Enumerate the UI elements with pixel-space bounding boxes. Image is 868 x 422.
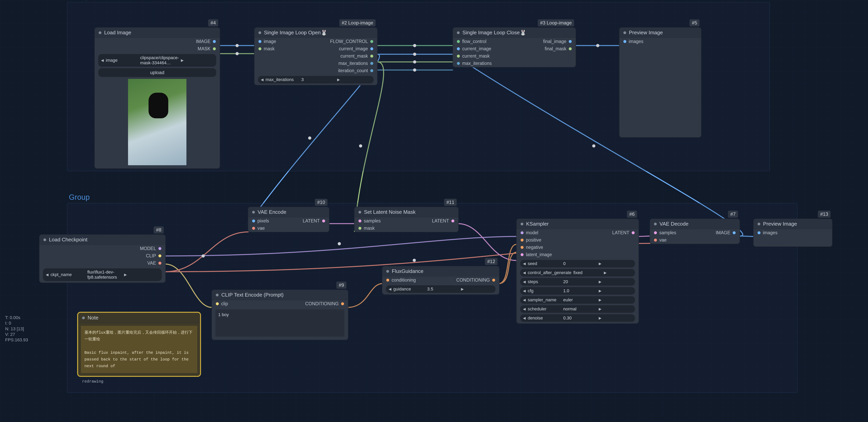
node-load-image[interactable]: #4 Load Image IMAGE MASK ◀imageclipspace… [95, 28, 220, 168]
node-clip-text-encode[interactable]: #9 CLIP Text Encode (Prompt) clipCONDITI… [212, 290, 348, 340]
widget-steps[interactable]: ◀steps20▶ [520, 278, 635, 286]
widget-scheduler[interactable]: ◀schedulernormal▶ [520, 305, 635, 313]
output-latent-port[interactable] [452, 220, 454, 222]
image-preview [128, 79, 186, 165]
node-badge: #10 [315, 199, 328, 206]
input-current-mask-port[interactable] [457, 55, 460, 58]
chevron-left-icon[interactable]: ◀ [101, 58, 104, 63]
output-mask-port[interactable] [213, 47, 216, 50]
chevron-left-icon[interactable]: ◀ [389, 287, 392, 291]
node-badge: #4 [208, 19, 218, 26]
node-title: CLIP Text Encode (Prompt) [221, 292, 284, 298]
node-load-checkpoint[interactable]: #8 Load Checkpoint MODEL CLIP VAE ◀ckpt_… [39, 235, 165, 283]
widget-control-after-generate[interactable]: ◀control_after_generatefixed▶ [520, 269, 635, 277]
output-current-mask-port[interactable] [370, 55, 373, 58]
input-vae-port[interactable] [654, 238, 657, 241]
input-model-port[interactable] [521, 231, 524, 234]
node-badge: #3 Loop-image [538, 19, 574, 26]
node-title: Preview Image [763, 221, 797, 227]
widget-image-path[interactable]: ◀imageclipspace/clipspace-mask-334464…▶ [98, 54, 216, 67]
node-vae-decode[interactable]: #7 VAE Decode samplesIMAGE vae [650, 219, 740, 244]
input-images-port[interactable] [623, 40, 626, 43]
input-clip-port[interactable] [216, 302, 219, 305]
node-badge: #11 [444, 199, 457, 206]
input-samples-port[interactable] [359, 220, 362, 222]
node-loop-close[interactable]: #3 Loop-image Single Image Loop Close🐰 f… [453, 28, 576, 67]
canvas-stats: T: 0.00s I: 0 N: 13 [13] V: 27 FPS:163.9… [5, 315, 28, 343]
output-flowcontrol-port[interactable] [370, 40, 373, 43]
output-max-iter-port[interactable] [370, 62, 373, 65]
input-negative-port[interactable] [521, 246, 524, 249]
node-title: Set Latent Noise Mask [364, 209, 416, 215]
node-title: Preview Image [629, 30, 663, 36]
output-iter-count-port[interactable] [370, 69, 373, 72]
output-latent-port[interactable] [322, 220, 325, 222]
node-title: Load Image [104, 30, 131, 36]
node-badge: #6 [627, 210, 637, 218]
output-image-label: IMAGE [196, 39, 211, 44]
input-flowcontrol-port[interactable] [457, 40, 460, 43]
widget-max-iterations[interactable]: ◀max_iterations3▶ [258, 76, 374, 84]
node-badge: #13 [818, 210, 831, 218]
input-vae-port[interactable] [252, 227, 255, 230]
input-images-port[interactable] [757, 231, 761, 234]
output-current-image-port[interactable] [370, 47, 373, 50]
output-image-port[interactable] [733, 231, 736, 234]
output-vae-port[interactable] [158, 262, 161, 265]
chevron-left-icon[interactable]: ◀ [261, 77, 264, 82]
input-conditioning-port[interactable] [386, 279, 389, 282]
node-badge: #2 Loop-image [339, 19, 376, 26]
widget-denoise[interactable]: ◀denoise0.30▶ [520, 314, 635, 322]
widget-cfg[interactable]: ◀cfg1.0▶ [520, 287, 635, 295]
node-loop-open[interactable]: #2 Loop-image Single Image Loop Open🐰 im… [254, 28, 377, 85]
node-set-latent-noise-mask[interactable]: #11 Set Latent Noise Mask samplesLATENT … [354, 207, 458, 232]
input-mask-port[interactable] [359, 227, 362, 230]
chevron-right-icon[interactable]: ▶ [461, 287, 493, 291]
chevron-right-icon[interactable]: ▶ [181, 58, 213, 63]
node-preview-image-2[interactable]: #13 Preview Image images [753, 219, 832, 247]
output-model-port[interactable] [158, 247, 161, 250]
output-conditioning-port[interactable] [341, 302, 344, 305]
input-pixels-port[interactable] [252, 220, 255, 222]
chevron-right-icon[interactable]: ▶ [337, 77, 371, 82]
output-latent-port[interactable] [632, 231, 634, 234]
output-conditioning-port[interactable] [492, 279, 495, 282]
output-final-mask-port[interactable] [569, 47, 572, 50]
node-vae-encode[interactable]: #10 VAE Encode pixelsLATENT vae [248, 207, 329, 232]
node-flux-guidance[interactable]: #12 FluxGuidance conditioningCONDITIONIN… [382, 266, 499, 294]
output-final-image-port[interactable] [569, 40, 572, 43]
output-clip-port[interactable] [158, 254, 161, 257]
widget-seed[interactable]: ◀seed0▶ [520, 260, 635, 267]
prompt-textarea[interactable]: 1 boy [215, 310, 344, 336]
widget-sampler-name[interactable]: ◀sampler_nameeuler▶ [520, 296, 635, 304]
input-current-image-port[interactable] [457, 47, 460, 50]
group-title: Group [69, 0, 90, 0]
node-preview-image-1[interactable]: #5 Preview Image images [619, 28, 701, 137]
chevron-right-icon[interactable]: ▶ [124, 272, 159, 277]
widget-guidance[interactable]: ◀guidance3.5▶ [386, 285, 496, 293]
input-max-iter-port[interactable] [457, 62, 460, 65]
node-badge: #12 [485, 258, 498, 265]
widget-ckpt-name[interactable]: ◀ckpt_nameflux\flux1-dev-fp8.safetensors… [43, 268, 162, 281]
group-title: Group [69, 193, 90, 201]
input-image-port[interactable] [258, 40, 261, 43]
output-mask-label: MASK [198, 46, 211, 52]
node-ksampler[interactable]: #6 KSampler modelLATENT positive negativ… [517, 219, 639, 323]
note-text[interactable]: 基本的flux重绘，图片重绘完后，又会传回循环开始，进行下一轮重绘 Basic … [81, 326, 197, 373]
input-samples-port[interactable] [654, 231, 657, 234]
node-title: VAE Encode [258, 209, 286, 215]
node-title: Note [88, 315, 98, 321]
input-mask-port[interactable] [258, 47, 261, 50]
node-note[interactable]: Note 基本的flux重绘，图片重绘完后，又会传回循环开始，进行下一轮重绘 B… [78, 313, 200, 376]
output-image-port[interactable] [213, 40, 216, 43]
node-badge: #8 [154, 226, 164, 233]
node-title: Single Image Loop Close🐰 [462, 30, 526, 36]
node-badge: #7 [728, 210, 738, 218]
input-latent-port[interactable] [521, 253, 524, 256]
upload-button[interactable]: upload [98, 68, 216, 77]
chevron-left-icon[interactable]: ◀ [46, 272, 49, 277]
node-title: Single Image Loop Open🐰 [264, 30, 327, 36]
node-badge: #9 [336, 282, 346, 289]
input-positive-port[interactable] [521, 238, 524, 241]
node-title: Load Checkpoint [49, 237, 87, 243]
